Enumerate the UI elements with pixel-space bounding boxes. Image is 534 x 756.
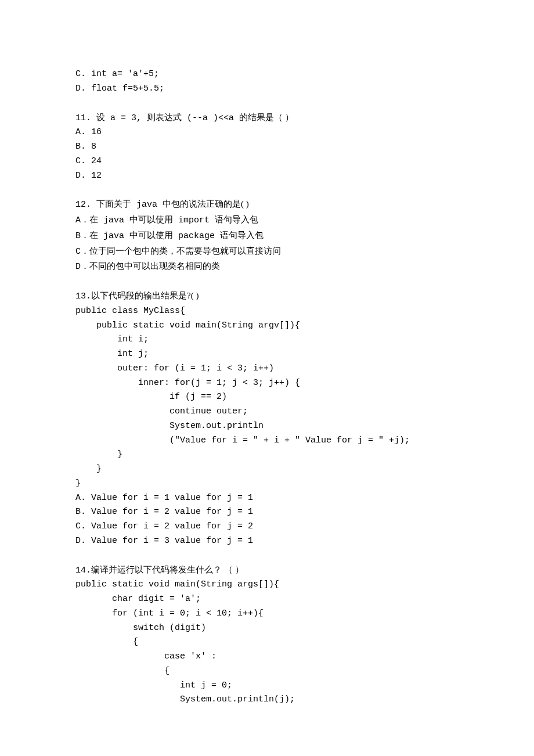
code-line: public class MyClass{ xyxy=(75,304,459,319)
t: 在 xyxy=(89,215,98,224)
option-a: A. Value for i = 1 value for j = 1 xyxy=(75,491,459,506)
document-page: C. int a= 'a'+5; D. float f=5+5.5; 11. 设… xyxy=(0,0,534,756)
t: 12. xyxy=(75,200,96,210)
text-line: D. float f=5+5.5; xyxy=(75,82,459,96)
t: 的结果是（ ） xyxy=(239,113,294,122)
question-prompt: 14.编译并运行以下代码将发生什么？ （ ） xyxy=(75,563,459,578)
t: 中可以使用 xyxy=(129,215,173,224)
code-line: int j = 0; xyxy=(75,679,459,693)
block-cd-options: C. int a= 'a'+5; D. float f=5+5.5; xyxy=(75,67,459,96)
t: 下面关于 xyxy=(96,199,131,208)
t: package xyxy=(173,231,220,241)
code-line: System.out.println xyxy=(75,419,459,434)
t: B． xyxy=(75,231,89,241)
code-line: char digit = 'a'; xyxy=(75,592,459,607)
t: java xyxy=(98,215,129,225)
code-line: outer: for (i = 1; i < 3; i++) xyxy=(75,362,459,376)
t: java xyxy=(131,200,163,210)
t: (--a )<<a xyxy=(182,113,239,123)
code-line: ("Value for i = " + i + " Value for j = … xyxy=(75,434,459,448)
option-c: C．位于同一个包中的类，不需要导包就可以直接访问 xyxy=(75,244,459,260)
code-line: for (int i = 0; i < 10; i++){ xyxy=(75,607,459,621)
option-d: D. 12 xyxy=(75,169,459,183)
t: a = 3, xyxy=(105,113,147,123)
option-d: D．不同的包中可以出现类名相同的类 xyxy=(75,259,459,275)
code-line: switch (digit) xyxy=(75,621,459,636)
t: D． xyxy=(75,262,89,272)
code-line: public static void main(String argv[]){ xyxy=(75,319,459,333)
option-c: C. 24 xyxy=(75,154,459,169)
question-prompt: 12. 下面关于 java 中包的说法正确的是( ) xyxy=(75,197,459,213)
t: 13. xyxy=(75,291,91,301)
option-a: A．在 java 中可以使用 import 语句导入包 xyxy=(75,213,459,228)
question-prompt: 13.以下代码段的输出结果是?( ) xyxy=(75,289,459,304)
t: java xyxy=(98,231,129,241)
option-d: D. Value for i = 3 value for j = 1 xyxy=(75,534,459,549)
code-line: inner: for(j = 1; j < 3; j++) { xyxy=(75,376,459,391)
code-line: if (j == 2) xyxy=(75,390,459,405)
code-line: int j; xyxy=(75,347,459,362)
t: 编译并运行以下代码将发生什么？ （ ） xyxy=(91,565,244,574)
question-prompt: 11. 设 a = 3, 则表达式 (--a )<<a 的结果是（ ） xyxy=(75,110,459,126)
code-line: int i; xyxy=(75,333,459,347)
t: 在 xyxy=(89,231,98,240)
option-a: A. 16 xyxy=(75,125,459,140)
t: 语句导入包 xyxy=(215,215,258,224)
t: 位于同一个包中的类，不需要导包就可以直接访问 xyxy=(89,246,281,255)
code-line: } xyxy=(75,462,459,477)
t: 中可以使用 xyxy=(129,231,173,240)
code-line: System.out.println(j); xyxy=(75,693,459,707)
question-11: 11. 设 a = 3, 则表达式 (--a )<<a 的结果是（ ） A. 1… xyxy=(75,110,459,183)
t: 14. xyxy=(75,566,91,575)
t: A． xyxy=(75,215,89,225)
code-line: } xyxy=(75,448,459,462)
text-line: C. int a= 'a'+5; xyxy=(75,67,459,82)
t: 设 xyxy=(96,113,105,122)
t: 中包的说法正确的是( ) xyxy=(163,199,249,208)
t: 以下代码段的输出结果是?( ) xyxy=(91,291,199,300)
question-12: 12. 下面关于 java 中包的说法正确的是( ) A．在 java 中可以使… xyxy=(75,197,459,275)
t: import xyxy=(173,215,215,225)
code-line: continue outer; xyxy=(75,405,459,419)
option-b: B. Value for i = 2 value for j = 1 xyxy=(75,505,459,520)
option-c: C. Value for i = 2 value for j = 2 xyxy=(75,520,459,534)
t: C． xyxy=(75,247,89,257)
option-b: B. 8 xyxy=(75,140,459,154)
code-line: public static void main(String args[]){ xyxy=(75,578,459,592)
code-line: case 'x' : xyxy=(75,650,459,664)
question-13: 13.以下代码段的输出结果是?( ) public class MyClass{… xyxy=(75,289,459,549)
t: 不同的包中可以出现类名相同的类 xyxy=(89,261,220,271)
t: 11. xyxy=(75,113,96,123)
t: 则表达式 xyxy=(147,113,182,122)
t: 语句导入包 xyxy=(220,231,264,240)
code-line: { xyxy=(75,635,459,650)
option-b: B．在 java 中可以使用 package 语句导入包 xyxy=(75,228,459,244)
code-line: { xyxy=(75,664,459,679)
question-14: 14.编译并运行以下代码将发生什么？ （ ） public static voi… xyxy=(75,563,459,708)
code-line: } xyxy=(75,477,459,491)
